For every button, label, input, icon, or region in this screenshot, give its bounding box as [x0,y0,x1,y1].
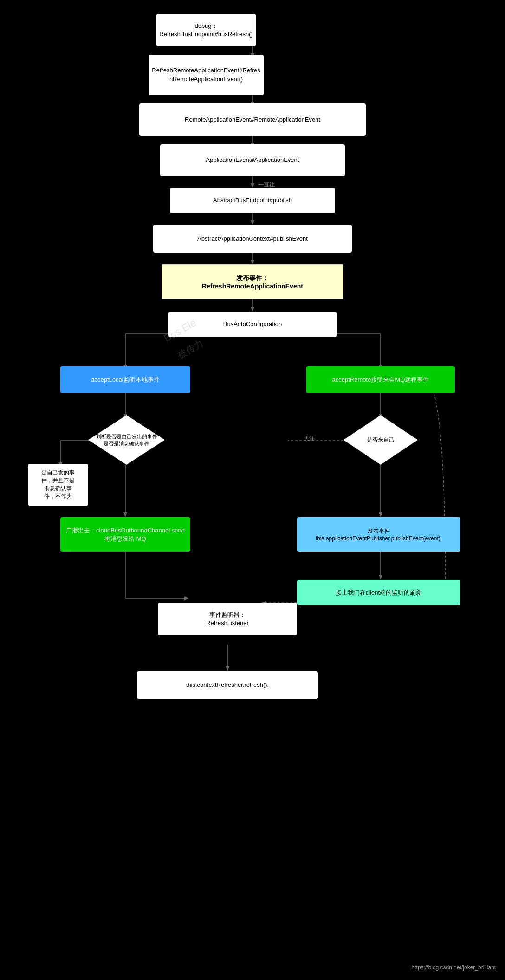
node-5: AbstractBusEndpoint#publish [170,188,335,213]
svg-marker-7 [251,183,254,188]
svg-marker-9 [251,220,254,225]
node-10-left: 是自己发的事 件，并且不是 消息确认事 件，不作为 [28,464,88,506]
node-2: RefreshRemoteApplicationEvent#Refres hRe… [149,55,264,95]
node-11-broadcast: 广播出去：cloudBusOutboundChannel.send 将消息发给 … [60,517,190,552]
svg-marker-37 [226,666,229,671]
node-8: BusAutoConfiguration [168,312,337,337]
svg-marker-32 [379,575,382,580]
svg-marker-30 [379,512,382,517]
arrow-label-tianjia: 天涯 [304,435,314,442]
diamond-2: 是否来自己 [343,415,418,465]
svg-marker-11 [251,260,254,264]
node-15-refresh: this.contextRefresher.refresh(). [137,671,318,699]
node-12-publish: 发布事件 this.applicationEventPublisher.publ… [297,517,460,552]
watermark-2: 被传力 [175,337,205,362]
node-3: RemoteApplicationEvent#RemoteApplication… [139,103,366,136]
node-1: debug： RefreshBusEndpoint#busRefresh() [156,14,256,46]
node-6: AbstractApplicationContext#publishEvent [153,225,352,253]
node-4: ApplicationEvent#ApplicationEvent [160,144,345,176]
node-7: 发布事件： RefreshRemoteApplicationEvent [162,264,343,299]
diamond-1: 判断是否是自己发出的事件 是否是消息确认事件 [88,415,165,465]
node-accept-local: acceptLocal监听本地事件 [60,366,190,393]
svg-marker-26 [123,512,127,517]
diagram-container: debug： RefreshBusEndpoint#busRefresh() R… [0,0,505,980]
svg-marker-35 [184,596,189,600]
node-13-client: 接上我们在client端的监听的刷新 [297,580,460,605]
node-14-listener: 事件监听器： RefreshListener [158,603,297,635]
footer-url: https://blog.csdn.net/joker_brilliant [412,964,496,971]
svg-marker-13 [251,307,254,312]
node-accept-remote: acceptRemote接受来自MQ远程事件 [306,366,455,393]
